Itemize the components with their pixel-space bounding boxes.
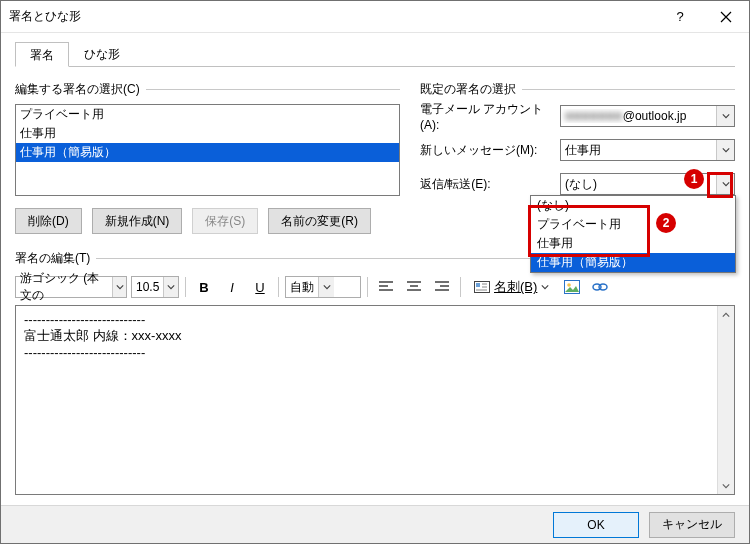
callout-badge-1: 1 <box>684 169 704 189</box>
svg-point-5 <box>599 284 607 290</box>
account-label: 電子メール アカウント(A): <box>420 101 560 132</box>
account-combo[interactable]: ■■■■■■■@outlook.jp <box>560 105 735 127</box>
editor-line: ---------------------------- <box>24 312 726 327</box>
right-column: 既定の署名の選択 電子メール アカウント(A): ■■■■■■■@outlook… <box>420 81 735 234</box>
tab-panel: 編集する署名の選択(C) プライベート用 仕事用 仕事用（簡易版） 削除(D) … <box>15 67 735 234</box>
close-icon <box>720 11 732 23</box>
reply-combo[interactable]: (なし) <box>560 173 735 195</box>
separator <box>278 277 279 297</box>
reply-label: 返信/転送(E): <box>420 176 560 193</box>
align-left-button[interactable] <box>374 276 398 298</box>
new-button[interactable]: 新規作成(N) <box>92 208 183 234</box>
chevron-down-icon[interactable] <box>716 174 734 194</box>
editor-line: 富士通太郎 内線：xxx-xxxx <box>24 327 726 345</box>
scroll-up-icon[interactable] <box>718 306 734 323</box>
reply-dropdown-list[interactable]: (なし) プライベート用 仕事用 仕事用（簡易版） <box>530 195 736 273</box>
chevron-down-icon[interactable] <box>163 277 178 297</box>
tab-template[interactable]: ひな形 <box>69 41 135 66</box>
italic-button[interactable]: I <box>220 276 244 298</box>
window-title: 署名とひな形 <box>1 8 657 25</box>
align-right-button[interactable] <box>430 276 454 298</box>
account-value: ■■■■■■■@outlook.jp <box>561 109 716 123</box>
list-item[interactable]: 仕事用 <box>16 124 399 143</box>
button-row: 削除(D) 新規作成(N) 保存(S) 名前の変更(R) <box>15 208 400 234</box>
dropdown-item[interactable]: プライベート用 <box>531 215 735 234</box>
size-combo[interactable]: 10.5 <box>131 276 179 298</box>
font-combo[interactable]: 游ゴシック (本文の <box>15 276 127 298</box>
ok-button[interactable]: OK <box>553 512 639 538</box>
callout-badge-2: 2 <box>656 213 676 233</box>
size-value: 10.5 <box>132 280 163 294</box>
dialog-footer: OK キャンセル <box>1 505 749 543</box>
dialog-window: 署名とひな形 ? 署名 ひな形 編集する署名の選択(C) プライベート用 仕事用… <box>0 0 750 544</box>
link-button[interactable] <box>588 276 612 298</box>
editor-scrollbar[interactable] <box>717 306 734 494</box>
right-group-label: 既定の署名の選択 <box>420 81 516 98</box>
client-area: 署名 ひな形 編集する署名の選択(C) プライベート用 仕事用 仕事用（簡易版）… <box>1 33 749 505</box>
scroll-down-icon[interactable] <box>718 477 734 494</box>
editor-line: ---------------------------- <box>24 345 726 360</box>
help-button[interactable]: ? <box>657 1 703 33</box>
titlebar: 署名とひな形 ? <box>1 1 749 33</box>
font-value: 游ゴシック (本文の <box>16 270 112 304</box>
image-icon <box>564 280 580 294</box>
close-button[interactable] <box>703 1 749 33</box>
list-item[interactable]: プライベート用 <box>16 105 399 124</box>
divider <box>146 89 400 90</box>
dropdown-item-selected[interactable]: 仕事用（簡易版） <box>531 253 735 272</box>
signature-listbox[interactable]: プライベート用 仕事用 仕事用（簡易版） <box>15 104 400 196</box>
separator <box>185 277 186 297</box>
edit-label: 署名の編集(T) <box>15 250 90 267</box>
underline-button[interactable]: U <box>248 276 272 298</box>
tab-strip: 署名 ひな形 <box>15 41 735 67</box>
newmsg-label: 新しいメッセージ(M): <box>420 142 560 159</box>
list-item-selected[interactable]: 仕事用（簡易版） <box>16 143 399 162</box>
signature-editor[interactable]: ---------------------------- 富士通太郎 内線：xx… <box>15 305 735 495</box>
separator <box>460 277 461 297</box>
editor-toolbar: 游ゴシック (本文の 10.5 B I U 自動 名刺(B) <box>15 273 735 301</box>
separator <box>367 277 368 297</box>
bold-button[interactable]: B <box>192 276 216 298</box>
rename-button[interactable]: 名前の変更(R) <box>268 208 371 234</box>
align-center-button[interactable] <box>402 276 426 298</box>
cancel-button[interactable]: キャンセル <box>649 512 735 538</box>
card-label: 名刺(B) <box>494 278 537 296</box>
chevron-down-icon[interactable] <box>318 277 334 297</box>
svg-rect-1 <box>476 283 480 287</box>
chevron-down-icon[interactable] <box>112 277 126 297</box>
chevron-down-icon <box>541 283 549 291</box>
editor-wrap: ---------------------------- 富士通太郎 内線：xx… <box>15 305 735 495</box>
color-combo[interactable]: 自動 <box>285 276 361 298</box>
delete-button[interactable]: 削除(D) <box>15 208 82 234</box>
chevron-down-icon[interactable] <box>716 140 734 160</box>
chevron-down-icon[interactable] <box>716 106 734 126</box>
svg-point-3 <box>568 283 572 287</box>
card-icon <box>474 281 490 293</box>
tab-signature[interactable]: 署名 <box>15 42 69 67</box>
dropdown-item[interactable]: (なし) <box>531 196 735 215</box>
save-button: 保存(S) <box>192 208 258 234</box>
divider <box>522 89 735 90</box>
left-column: 編集する署名の選択(C) プライベート用 仕事用 仕事用（簡易版） 削除(D) … <box>15 81 400 234</box>
newmsg-value: 仕事用 <box>561 142 716 159</box>
dropdown-item[interactable]: 仕事用 <box>531 234 735 253</box>
color-value: 自動 <box>286 279 318 296</box>
image-button[interactable] <box>560 276 584 298</box>
left-group-label: 編集する署名の選択(C) <box>15 81 140 98</box>
newmsg-combo[interactable]: 仕事用 <box>560 139 735 161</box>
business-card-button[interactable]: 名刺(B) <box>467 276 556 298</box>
link-icon <box>591 281 609 293</box>
